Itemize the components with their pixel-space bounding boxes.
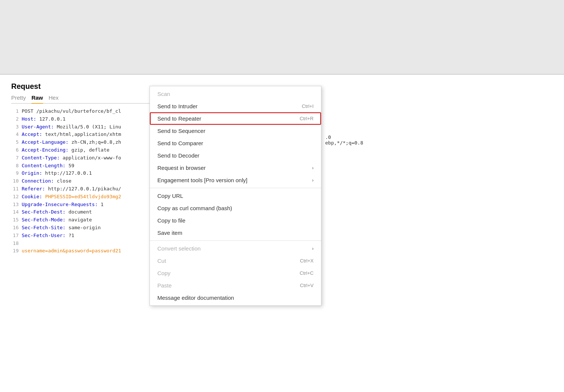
request-body: 1 POST /pikachu/vul/burteforce/bf_cl 2 H… xyxy=(11,108,168,255)
request-panel: Request Pretty Raw Hex 1 POST /pikachu/v… xyxy=(11,82,168,255)
menu-item-engagement-tools[interactable]: Engagement tools [Pro version only] › xyxy=(150,174,321,186)
request-line-4: 4 Accept: text/html,application/xhtm xyxy=(11,131,168,139)
menu-shortcut-cut: Ctrl+X xyxy=(300,258,314,264)
menu-item-send-decoder[interactable]: Send to Decoder xyxy=(150,149,321,162)
top-area xyxy=(0,0,564,75)
menu-item-copy-file[interactable]: Copy to file xyxy=(150,214,321,227)
request-line-6: 6 Accept-Encoding: gzip, deflate xyxy=(11,146,168,154)
request-line-7: 7 Content-Type: application/x-www-fo xyxy=(11,154,168,162)
menu-shortcut-paste: Ctrl+V xyxy=(300,283,314,288)
menu-label-copy: Copy xyxy=(157,270,170,276)
request-line-3: 3 User-Agent: Mozilla/5.0 (X11; Linu xyxy=(11,123,168,131)
menu-item-save-item[interactable]: Save item xyxy=(150,227,321,239)
request-line-9: 9 Origin: http://127.0.0.1 xyxy=(11,169,168,177)
request-line-12: 12 Cookie: PHPSESSID=ed54tldvjdo93mg2 xyxy=(11,193,168,201)
menu-item-convert: Convert selection › xyxy=(150,242,321,255)
request-title: Request xyxy=(11,82,168,91)
menu-label-send-decoder: Send to Decoder xyxy=(157,152,200,159)
menu-item-send-comparer[interactable]: Send to Comparer xyxy=(150,137,321,149)
menu-label-copy-curl: Copy as curl command (bash) xyxy=(157,205,232,211)
menu-item-cut: Cut Ctrl+X xyxy=(150,255,321,267)
request-line-18: 18 xyxy=(11,240,168,248)
menu-label-cut: Cut xyxy=(157,258,166,264)
context-menu: Scan Send to Intruder Ctrl+I Send to Rep… xyxy=(150,86,321,306)
menu-divider-2 xyxy=(150,240,321,241)
right-panel-text: .0 ebp,*/*;q=0.8 xyxy=(325,134,363,146)
request-line-8: 8 Content-Length: 59 xyxy=(11,162,168,170)
arrow-icon-engagement: › xyxy=(312,177,314,183)
menu-label-doc: Message editor documentation xyxy=(157,295,234,301)
arrow-icon-convert: › xyxy=(312,246,314,251)
request-line-5: 5 Accept-Language: zh-CN,zh;q=0.8,zh xyxy=(11,139,168,146)
menu-label-send-repeater: Send to Repeater xyxy=(157,115,201,122)
request-line-19: 19 username=admin&password=password21 xyxy=(11,247,168,255)
menu-item-request-browser[interactable]: Request in browser › xyxy=(150,162,321,174)
tab-raw[interactable]: Raw xyxy=(31,94,43,104)
menu-item-scan: Scan xyxy=(150,88,321,100)
menu-label-convert: Convert selection xyxy=(157,245,201,252)
menu-item-paste: Paste Ctrl+V xyxy=(150,279,321,292)
request-line-10: 10 Connection: close xyxy=(11,177,168,185)
menu-label-scan: Scan xyxy=(157,91,170,97)
menu-item-send-repeater[interactable]: Send to Repeater Ctrl+R xyxy=(150,112,321,125)
request-line-11: 11 Referer: http://127.0.0.1/pikachu/ xyxy=(11,185,168,193)
tab-hex[interactable]: Hex xyxy=(49,94,59,102)
menu-label-paste: Paste xyxy=(157,282,172,289)
menu-label-send-intruder: Send to Intruder xyxy=(157,103,198,109)
menu-label-copy-url: Copy URL xyxy=(157,193,183,199)
menu-shortcut-copy: Ctrl+C xyxy=(300,270,314,276)
tabs: Pretty Raw Hex xyxy=(11,94,168,104)
menu-label-send-sequencer: Send to Sequencer xyxy=(157,128,205,134)
menu-divider-1 xyxy=(150,188,321,188)
menu-item-copy-curl[interactable]: Copy as curl command (bash) xyxy=(150,202,321,214)
right-line-2: ebp,*/*;q=0.8 xyxy=(325,140,363,146)
menu-item-doc[interactable]: Message editor documentation xyxy=(150,292,321,304)
menu-shortcut-repeater: Ctrl+R xyxy=(300,116,314,121)
request-line-17: 17 Sec-Fetch-User: ?1 xyxy=(11,232,168,240)
menu-label-copy-file: Copy to file xyxy=(157,217,185,224)
request-line-16: 16 Sec-Fetch-Site: same-origin xyxy=(11,224,168,232)
menu-item-send-sequencer[interactable]: Send to Sequencer xyxy=(150,125,321,137)
menu-label-send-comparer: Send to Comparer xyxy=(157,140,203,146)
main-area: Request Pretty Raw Hex 1 POST /pikachu/v… xyxy=(0,75,564,392)
menu-label-request-browser: Request in browser xyxy=(157,165,206,171)
request-line-13: 13 Upgrade-Insecure-Requests: 1 xyxy=(11,201,168,209)
menu-label-engagement-tools: Engagement tools [Pro version only] xyxy=(157,177,247,183)
request-line-2: 2 Host: 127.0.0.1 xyxy=(11,115,168,123)
request-line-1: 1 POST /pikachu/vul/burteforce/bf_cl xyxy=(11,108,168,115)
menu-item-copy: Copy Ctrl+C xyxy=(150,267,321,279)
arrow-icon-browser: › xyxy=(312,165,314,171)
tab-pretty[interactable]: Pretty xyxy=(11,94,26,102)
menu-item-send-intruder[interactable]: Send to Intruder Ctrl+I xyxy=(150,100,321,112)
request-line-15: 15 Sec-Fetch-Mode: navigate xyxy=(11,216,168,224)
request-line-14: 14 Sec-Fetch-Dest: document xyxy=(11,208,168,216)
menu-item-copy-url[interactable]: Copy URL xyxy=(150,190,321,202)
menu-label-save-item: Save item xyxy=(157,230,182,236)
right-line-1: .0 xyxy=(325,134,363,140)
menu-shortcut-intruder: Ctrl+I xyxy=(302,103,314,109)
